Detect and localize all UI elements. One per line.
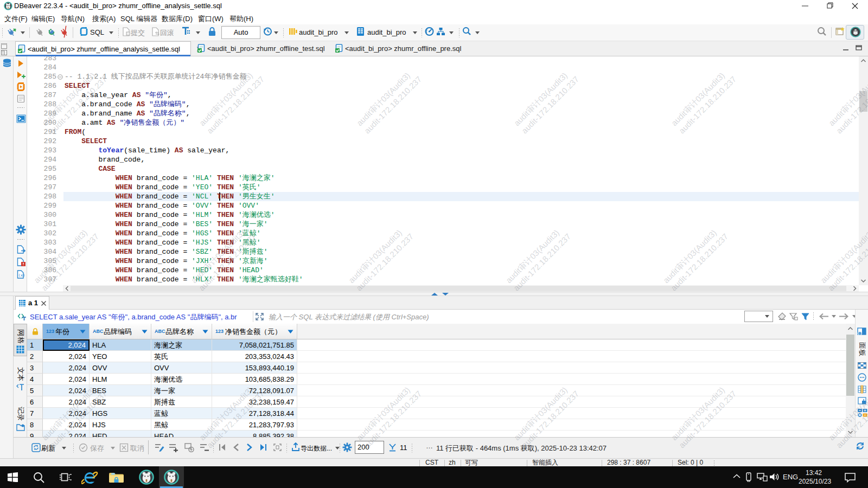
svg-text:(x): (x)	[18, 273, 25, 278]
